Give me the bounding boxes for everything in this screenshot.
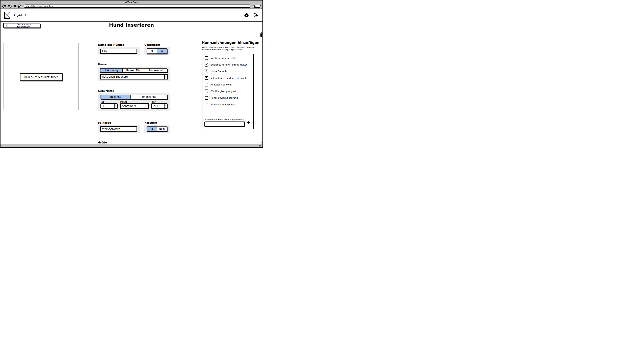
tag-item-aufwendige-fellpflege: Aufwendige Fellpflege — [202, 101, 254, 108]
chevron-down-icon[interactable]: ▼ — [164, 75, 167, 79]
app-header: DogAdopt — [0, 9, 262, 22]
year-dropdown[interactable]: 2017 ▼ — [151, 103, 168, 109]
toggle-option-nein[interactable]: Nein — [157, 126, 167, 131]
tags-title: Kennzeichnungen hinzufügen — [202, 41, 260, 45]
tag-item-label: Für Allergiker geeignet — [210, 90, 236, 93]
tag-item-hoher-bewegungsdrang: Hoher Bewegungsdrang — [202, 95, 254, 101]
checkbox-checked[interactable]: ✔ — [204, 69, 208, 73]
tags-box: Nur für erfahrene Halter✔Geeignet für un… — [202, 54, 254, 129]
tag-item-label: Geeignet für unerfahrene Halter — [210, 63, 247, 66]
month-dropdown[interactable]: September ▼ — [120, 103, 149, 109]
resize-handle-icon[interactable] — [258, 144, 261, 147]
tags-subtitle: Kennzeichnungen wirken sich auf die Empf… — [202, 46, 254, 51]
page-body: DogAdopt Zurück zum Dashboard Hund Inser… — [0, 8, 262, 147]
stop-icon[interactable] — [14, 5, 16, 7]
day-value: 17 — [102, 105, 106, 108]
browser-toolbar: https://dog-adopt.de/tierheim — [0, 4, 262, 8]
gender-label: Geschlecht — [144, 43, 160, 46]
toggle-option-reinrassig[interactable]: Reinrassig — [100, 68, 122, 72]
name-value: Lilly — [102, 50, 107, 53]
toggle-option-unbekannt[interactable]: Unbekannt — [130, 95, 167, 99]
checkbox-unchecked[interactable] — [204, 83, 208, 86]
tag-item-mit-anderen-hunden-vertr-glich: ✔Mit anderen Hunden verträglich — [202, 75, 254, 81]
media-placeholder: Bilder & Videos hinzufügen — [4, 43, 79, 110]
year-value: 2017 — [153, 105, 160, 108]
neutered-toggle: JaNein — [146, 126, 167, 132]
custom-tag-input[interactable] — [204, 121, 245, 127]
checkbox-unchecked[interactable] — [204, 103, 208, 106]
checkbox-checked[interactable]: ✔ — [204, 76, 208, 80]
gender-panel: MW — [144, 47, 170, 55]
birthday-label: Geburtstag — [98, 89, 114, 92]
window-titlebar: A Web Page — [0, 0, 262, 4]
tag-item-geeignet-f-r-unerfahrene-halter: ✔Geeignet für unerfahrene Halter — [202, 61, 254, 68]
birthday-known-toggle: BekanntUnbekannt — [100, 95, 167, 99]
tag-item-label: An Katzen gewöhnt — [210, 83, 232, 86]
forward-icon[interactable] — [8, 4, 12, 8]
search-pill[interactable] — [253, 5, 261, 8]
check-icon: ✔ — [205, 76, 208, 80]
logout-icon[interactable] — [254, 13, 258, 17]
fur-input[interactable]: Weiß/Schwarz — [100, 126, 137, 132]
day-dropdown[interactable]: 17 ▼ — [100, 103, 118, 109]
tag-item-label: Mit anderen Hunden verträglich — [210, 77, 246, 79]
checkbox-unchecked[interactable] — [204, 56, 208, 60]
breed-dropdown[interactable]: Australian Shepherd ▼ — [100, 74, 168, 79]
scrollbar-thumb[interactable] — [260, 34, 262, 37]
neutered-label: Kastriert — [144, 121, 157, 124]
brand-name: DogAdopt — [13, 13, 26, 17]
toggle-option-unbekannt[interactable]: Unbekannt — [145, 68, 167, 72]
toggle-option-bekannt[interactable]: Bekannt — [100, 95, 130, 99]
tag-item-label: Aufwendige Fellpflege — [210, 103, 236, 106]
tag-item-label: Hoher Bewegungsdrang — [210, 96, 238, 99]
url-text: https://dog-adopt.de/tierheim — [26, 5, 54, 7]
size-label: Größe — [98, 141, 107, 144]
tag-item-f-r-allergiker-geeignet: Für Allergiker geeignet — [202, 88, 254, 95]
birthday-panel: BekanntUnbekannt Tag Monat Jahr 17 ▼ Sep… — [98, 93, 170, 111]
name-input[interactable]: Lilly — [100, 49, 137, 54]
toggle-option-rassen-mix[interactable]: Rassen Mix. — [122, 68, 145, 72]
breed-label: Rasse — [98, 63, 107, 66]
toggle-option-ja[interactable]: Ja — [147, 126, 157, 131]
status-bar — [0, 144, 262, 147]
chevron-down-icon[interactable]: ▼ — [114, 104, 117, 108]
tag-item-label: Nur für erfahrene Halter — [210, 57, 238, 59]
checkbox-unchecked[interactable] — [204, 96, 208, 100]
neutered-panel: JaNein — [144, 125, 170, 133]
name-label: Name des Hundes — [98, 43, 124, 46]
tag-item-label: Kinderfreundlich — [210, 70, 229, 73]
toggle-option-w[interactable]: W — [157, 49, 167, 53]
toggle-option-m[interactable]: M — [147, 49, 157, 53]
settings-gear-icon[interactable] — [244, 13, 249, 17]
gender-toggle: MW — [146, 48, 167, 54]
fur-panel: Weiß/Schwarz — [98, 125, 140, 133]
checkbox-checked[interactable]: ✔ — [204, 63, 208, 66]
home-icon[interactable] — [18, 4, 22, 8]
name-panel: Lilly — [98, 47, 140, 55]
url-bar[interactable]: https://dog-adopt.de/tierheim — [24, 4, 250, 8]
search-icon — [254, 5, 256, 7]
add-tag-plus-icon[interactable]: + — [246, 120, 250, 125]
tags-checklist: Nur für erfahrene Halter✔Geeignet für un… — [202, 55, 254, 108]
chevron-down-icon[interactable]: ▼ — [164, 104, 167, 108]
subheader: Zurück zum Dashboard Hund Inserieren — [0, 22, 262, 31]
back-icon[interactable] — [2, 4, 6, 8]
scroll-up-icon[interactable]: ▲ — [260, 31, 262, 33]
day-label: Tag — [100, 100, 104, 103]
check-icon: ✔ — [205, 62, 208, 66]
breed-value: Australian Shepherd — [102, 75, 128, 78]
fur-label: Fellfarbe — [98, 121, 111, 124]
tag-item-kinderfreundlich: ✔Kinderfreundlich — [202, 68, 254, 75]
tag-item-an-katzen-gew-hnt: An Katzen gewöhnt — [202, 81, 254, 88]
vertical-scrollbar[interactable]: ▲ ▼ — [260, 31, 262, 144]
checkbox-unchecked[interactable] — [204, 89, 208, 93]
window-title: A Web Page — [125, 1, 138, 3]
custom-tag-label: Füge eigene Kennzeichnungen hinzu: — [204, 118, 244, 121]
month-label: Monat — [120, 100, 127, 103]
breed-type-toggle: ReinrassigRassen Mix.Unbekannt — [100, 68, 167, 72]
breed-panel: ReinrassigRassen Mix.Unbekannt Australia… — [98, 67, 170, 81]
month-value: September — [122, 105, 136, 108]
chevron-down-icon[interactable]: ▼ — [146, 104, 148, 108]
add-media-button[interactable]: Bilder & Videos hinzufügen — [20, 73, 62, 81]
scroll-down-icon[interactable]: ▼ — [260, 142, 262, 144]
